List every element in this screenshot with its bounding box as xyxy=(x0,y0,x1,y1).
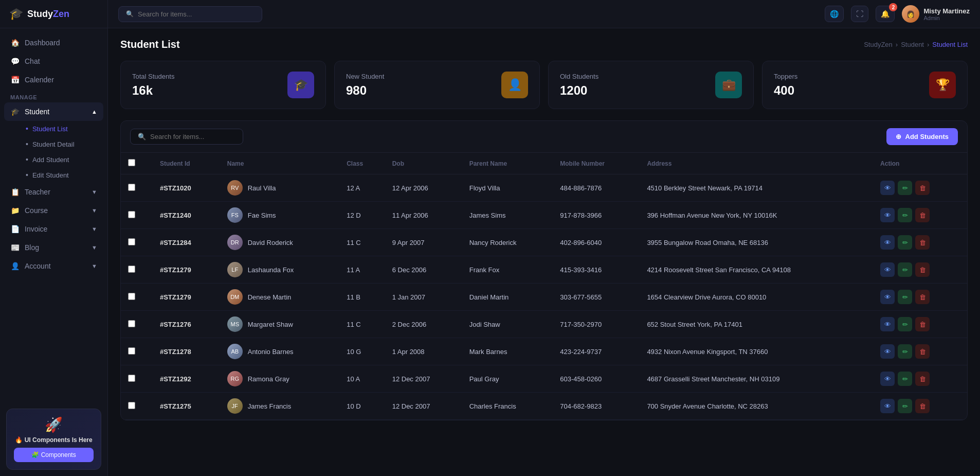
edit-button-0[interactable]: ✏ xyxy=(898,181,912,195)
stat-icon-toppers: 🏆 xyxy=(929,72,956,98)
delete-button-6[interactable]: 🗑 xyxy=(915,344,930,359)
sidebar-item-label-teacher: Teacher xyxy=(25,188,50,196)
select-all-checkbox[interactable] xyxy=(128,159,135,166)
sidebar-item-teacher[interactable]: 📋 Teacher ▼ xyxy=(0,183,107,201)
view-button-0[interactable]: 👁 xyxy=(880,181,895,195)
row-checkbox-4[interactable] xyxy=(128,293,135,300)
delete-button-7[interactable]: 🗑 xyxy=(915,372,930,386)
student-name-cell-4: DM Denese Martin xyxy=(227,289,332,305)
blog-icon: 📰 xyxy=(10,243,20,252)
sidebar-item-calender[interactable]: 📅 Calender xyxy=(0,70,107,89)
sidebar-subitem-add-student[interactable]: Add Student xyxy=(15,152,107,167)
stat-icon-total: 🎓 xyxy=(287,72,314,98)
translate-button[interactable]: 🌐 xyxy=(825,6,844,22)
student-parent-8: Charles Francis xyxy=(462,393,553,420)
edit-button-4[interactable]: ✏ xyxy=(898,290,912,304)
topbar-search-input[interactable] xyxy=(138,10,255,18)
stat-value-new: 980 xyxy=(346,83,384,98)
main-area: 🔍 🌐 ⛶ 🔔 2 👩 Misty Martinez Admin Student xyxy=(108,0,980,476)
sidebar-item-chat[interactable]: 💬 Chat xyxy=(0,52,107,70)
action-btns-7: 👁 ✏ 🗑 xyxy=(880,372,960,386)
col-class: Class xyxy=(339,153,385,174)
row-checkbox-1[interactable] xyxy=(128,211,135,218)
delete-button-1[interactable]: 🗑 xyxy=(915,208,930,222)
row-checkbox-7[interactable] xyxy=(128,375,135,382)
student-submenu: Student List Student Detail Add Student … xyxy=(0,121,107,183)
edit-button-3[interactable]: ✏ xyxy=(898,262,912,277)
course-chevron-icon: ▼ xyxy=(92,207,97,214)
student-class-6: 10 G xyxy=(339,338,385,365)
table-search-input[interactable] xyxy=(150,133,235,140)
action-btns-6: 👁 ✏ 🗑 xyxy=(880,344,960,359)
add-btn-label: Add Students xyxy=(905,133,949,140)
edit-button-5[interactable]: ✏ xyxy=(898,317,912,331)
col-action: Action xyxy=(873,153,967,174)
topbar-search-icon: 🔍 xyxy=(126,10,134,17)
delete-button-2[interactable]: 🗑 xyxy=(915,235,930,250)
student-parent-7: Paul Gray xyxy=(462,365,553,393)
sidebar-item-blog[interactable]: 📰 Blog ▼ xyxy=(0,238,107,257)
student-address-5: 652 Stout Street York, PA 17401 xyxy=(640,311,873,338)
delete-button-8[interactable]: 🗑 xyxy=(915,399,930,413)
row-checkbox-3[interactable] xyxy=(128,266,135,273)
table-search-box[interactable]: 🔍 xyxy=(130,129,243,145)
student-id-8: #STZ1275 xyxy=(153,393,220,420)
view-button-6[interactable]: 👁 xyxy=(880,344,895,359)
delete-button-4[interactable]: 🗑 xyxy=(915,290,930,304)
view-button-4[interactable]: 👁 xyxy=(880,290,895,304)
row-checkbox-5[interactable] xyxy=(128,320,135,327)
edit-button-7[interactable]: ✏ xyxy=(898,372,912,386)
topbar-search-box[interactable]: 🔍 xyxy=(118,6,262,22)
student-avatar-7: RG xyxy=(227,371,243,386)
sidebar-item-invoice[interactable]: 📄 Invoice ▼ xyxy=(0,220,107,238)
user-avatar-area[interactable]: 👩 Misty Martinez Admin xyxy=(902,5,970,23)
row-checkbox-0[interactable] xyxy=(128,184,135,191)
sidebar-item-dashboard[interactable]: 🏠 Dashboard xyxy=(0,33,107,52)
fullscreen-button[interactable]: ⛶ xyxy=(851,6,868,22)
sidebar-subitem-student-detail[interactable]: Student Detail xyxy=(15,136,107,152)
edit-button-1[interactable]: ✏ xyxy=(898,208,912,222)
view-button-8[interactable]: 👁 xyxy=(880,399,895,413)
sidebar-subitem-student-list[interactable]: Student List xyxy=(15,121,107,136)
student-parent-4: Daniel Martin xyxy=(462,284,553,311)
sidebar-item-student[interactable]: 🎓 Student ▲ xyxy=(4,102,103,121)
stat-label-toppers: Toppers xyxy=(774,73,797,80)
sidebar-subitem-edit-student[interactable]: Edit Student xyxy=(15,167,107,183)
delete-button-3[interactable]: 🗑 xyxy=(915,262,930,277)
sidebar-item-account[interactable]: 👤 Account ▼ xyxy=(0,257,107,275)
view-button-2[interactable]: 👁 xyxy=(880,235,895,250)
view-button-3[interactable]: 👁 xyxy=(880,262,895,277)
student-table-section: 🔍 ⊕ Add Students Student Id Name Class D… xyxy=(120,120,968,420)
student-avatar-3: LF xyxy=(227,262,243,277)
stat-label-old: Old Students xyxy=(560,73,598,80)
row-checkbox-6[interactable] xyxy=(128,347,135,355)
delete-button-5[interactable]: 🗑 xyxy=(915,317,930,331)
student-icon: 🎓 xyxy=(10,108,20,116)
student-avatar-8: JF xyxy=(227,398,243,414)
stat-card-toppers: Toppers 400 🏆 xyxy=(762,61,968,109)
student-dob-4: 1 Jan 2007 xyxy=(385,284,462,311)
add-students-button[interactable]: ⊕ Add Students xyxy=(886,128,958,145)
student-chevron-icon: ▲ xyxy=(92,109,97,115)
promo-text: 🔥 UI Components Is Here xyxy=(14,436,94,444)
student-address-3: 4214 Roosevelt Street San Francisco, CA … xyxy=(640,256,873,284)
edit-button-2[interactable]: ✏ xyxy=(898,235,912,250)
row-checkbox-8[interactable] xyxy=(128,402,135,409)
view-button-7[interactable]: 👁 xyxy=(880,372,895,386)
student-id-2: #STZ1284 xyxy=(153,229,220,256)
edit-button-8[interactable]: ✏ xyxy=(898,399,912,413)
delete-button-0[interactable]: 🗑 xyxy=(915,181,930,195)
student-name-cell-6: AB Antonio Barnes xyxy=(227,344,332,359)
view-button-5[interactable]: 👁 xyxy=(880,317,895,331)
row-checkbox-2[interactable] xyxy=(128,238,135,245)
student-class-7: 10 A xyxy=(339,365,385,393)
col-address: Address xyxy=(640,153,873,174)
student-name-0: Raul Villa xyxy=(248,184,276,192)
sidebar-item-course[interactable]: 📁 Course ▼ xyxy=(0,201,107,220)
promo-button[interactable]: 🧩 Components xyxy=(14,448,94,462)
view-button-1[interactable]: 👁 xyxy=(880,208,895,222)
edit-button-6[interactable]: ✏ xyxy=(898,344,912,359)
topbar-actions: 🌐 ⛶ 🔔 2 👩 Misty Martinez Admin xyxy=(825,5,970,23)
student-mobile-0: 484-886-7876 xyxy=(553,174,640,202)
student-name-7: Ramona Gray xyxy=(248,375,289,383)
